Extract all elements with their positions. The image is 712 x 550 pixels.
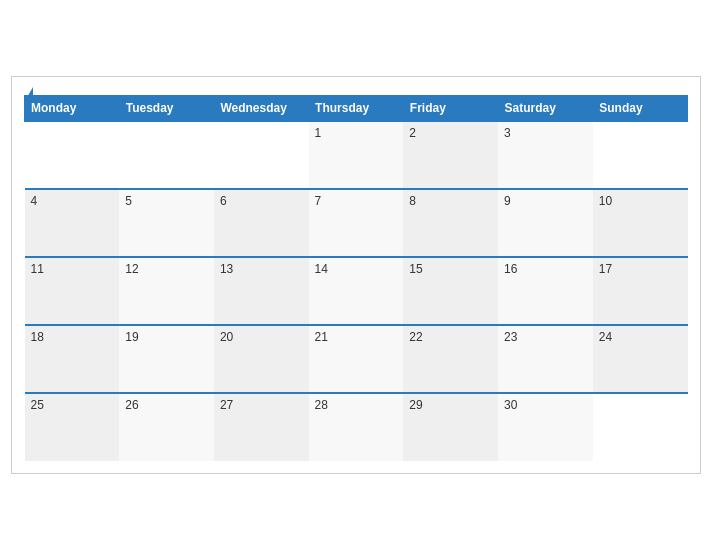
day-number: 28 bbox=[315, 398, 328, 412]
day-number: 18 bbox=[31, 330, 44, 344]
day-cell-8: 8 bbox=[403, 189, 498, 257]
weekday-header-monday: Monday bbox=[25, 96, 120, 122]
day-cell-1: 1 bbox=[309, 121, 404, 189]
day-number: 17 bbox=[599, 262, 612, 276]
day-number: 6 bbox=[220, 194, 227, 208]
day-number: 26 bbox=[125, 398, 138, 412]
empty-cell bbox=[214, 121, 309, 189]
day-cell-21: 21 bbox=[309, 325, 404, 393]
calendar-table: MondayTuesdayWednesdayThursdayFridaySatu… bbox=[24, 95, 688, 461]
day-number: 27 bbox=[220, 398, 233, 412]
day-number: 3 bbox=[504, 126, 511, 140]
day-cell-16: 16 bbox=[498, 257, 593, 325]
day-number: 14 bbox=[315, 262, 328, 276]
day-cell-24: 24 bbox=[593, 325, 688, 393]
day-number: 23 bbox=[504, 330, 517, 344]
week-row-2: 11121314151617 bbox=[25, 257, 688, 325]
day-number: 11 bbox=[31, 262, 44, 276]
week-row-3: 18192021222324 bbox=[25, 325, 688, 393]
logo bbox=[24, 87, 33, 101]
day-cell-18: 18 bbox=[25, 325, 120, 393]
weekday-header-friday: Friday bbox=[403, 96, 498, 122]
day-cell-3: 3 bbox=[498, 121, 593, 189]
week-row-1: 45678910 bbox=[25, 189, 688, 257]
weekday-header-sunday: Sunday bbox=[593, 96, 688, 122]
day-number: 15 bbox=[409, 262, 422, 276]
day-cell-22: 22 bbox=[403, 325, 498, 393]
empty-cell bbox=[119, 121, 214, 189]
day-cell-23: 23 bbox=[498, 325, 593, 393]
day-number: 4 bbox=[31, 194, 38, 208]
day-number: 21 bbox=[315, 330, 328, 344]
day-cell-9: 9 bbox=[498, 189, 593, 257]
day-cell-5: 5 bbox=[119, 189, 214, 257]
day-cell-4: 4 bbox=[25, 189, 120, 257]
day-cell-13: 13 bbox=[214, 257, 309, 325]
day-number: 16 bbox=[504, 262, 517, 276]
day-number: 25 bbox=[31, 398, 44, 412]
day-cell-10: 10 bbox=[593, 189, 688, 257]
day-cell-17: 17 bbox=[593, 257, 688, 325]
day-number: 19 bbox=[125, 330, 138, 344]
day-number: 2 bbox=[409, 126, 416, 140]
day-cell-2: 2 bbox=[403, 121, 498, 189]
day-number: 12 bbox=[125, 262, 138, 276]
logo-flag-icon bbox=[25, 87, 33, 101]
day-cell-20: 20 bbox=[214, 325, 309, 393]
day-number: 20 bbox=[220, 330, 233, 344]
weekday-header-tuesday: Tuesday bbox=[119, 96, 214, 122]
day-cell-6: 6 bbox=[214, 189, 309, 257]
day-cell-11: 11 bbox=[25, 257, 120, 325]
weekday-header-wednesday: Wednesday bbox=[214, 96, 309, 122]
day-number: 24 bbox=[599, 330, 612, 344]
day-cell-26: 26 bbox=[119, 393, 214, 461]
day-number: 1 bbox=[315, 126, 322, 140]
day-number: 5 bbox=[125, 194, 132, 208]
week-row-0: 123 bbox=[25, 121, 688, 189]
day-cell-19: 19 bbox=[119, 325, 214, 393]
weekday-header-saturday: Saturday bbox=[498, 96, 593, 122]
day-number: 13 bbox=[220, 262, 233, 276]
day-number: 22 bbox=[409, 330, 422, 344]
day-cell-25: 25 bbox=[25, 393, 120, 461]
day-cell-7: 7 bbox=[309, 189, 404, 257]
weekday-header-thursday: Thursday bbox=[309, 96, 404, 122]
day-number: 10 bbox=[599, 194, 612, 208]
empty-cell bbox=[25, 121, 120, 189]
week-row-4: 252627282930 bbox=[25, 393, 688, 461]
day-number: 30 bbox=[504, 398, 517, 412]
day-cell-15: 15 bbox=[403, 257, 498, 325]
day-cell-28: 28 bbox=[309, 393, 404, 461]
day-cell-27: 27 bbox=[214, 393, 309, 461]
day-cell-12: 12 bbox=[119, 257, 214, 325]
weekday-header-row: MondayTuesdayWednesdayThursdayFridaySatu… bbox=[25, 96, 688, 122]
day-cell-14: 14 bbox=[309, 257, 404, 325]
day-number: 29 bbox=[409, 398, 422, 412]
day-cell-29: 29 bbox=[403, 393, 498, 461]
day-cell-30: 30 bbox=[498, 393, 593, 461]
day-number: 9 bbox=[504, 194, 511, 208]
calendar: MondayTuesdayWednesdayThursdayFridaySatu… bbox=[11, 76, 701, 474]
day-number: 7 bbox=[315, 194, 322, 208]
empty-cell bbox=[593, 393, 688, 461]
day-number: 8 bbox=[409, 194, 416, 208]
empty-cell bbox=[593, 121, 688, 189]
